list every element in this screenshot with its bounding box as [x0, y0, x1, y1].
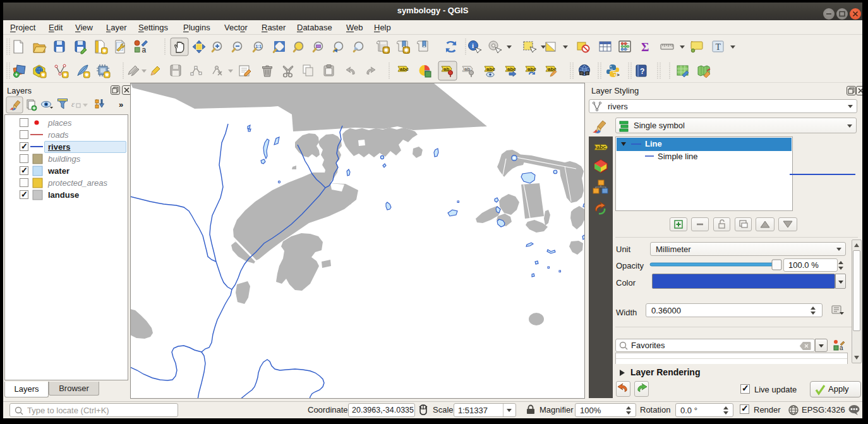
svg-text:Σ: Σ [641, 40, 649, 54]
svg-text:abc: abc [486, 66, 495, 72]
svg-text:i: i [472, 42, 474, 49]
svg-text:1:1: 1:1 [256, 44, 262, 49]
svg-text:abc: abc [596, 144, 606, 150]
svg-text:ε: ε [71, 99, 75, 109]
svg-text:abc: abc [527, 66, 536, 72]
svg-text:abc: abc [507, 66, 516, 72]
svg-text:»: » [119, 100, 123, 109]
svg-text:abc: abc [400, 66, 409, 72]
svg-text:>: > [617, 72, 620, 78]
svg-text:?: ? [640, 67, 644, 76]
svg-text:a: a [142, 45, 147, 54]
svg-text:T: T [716, 42, 721, 52]
